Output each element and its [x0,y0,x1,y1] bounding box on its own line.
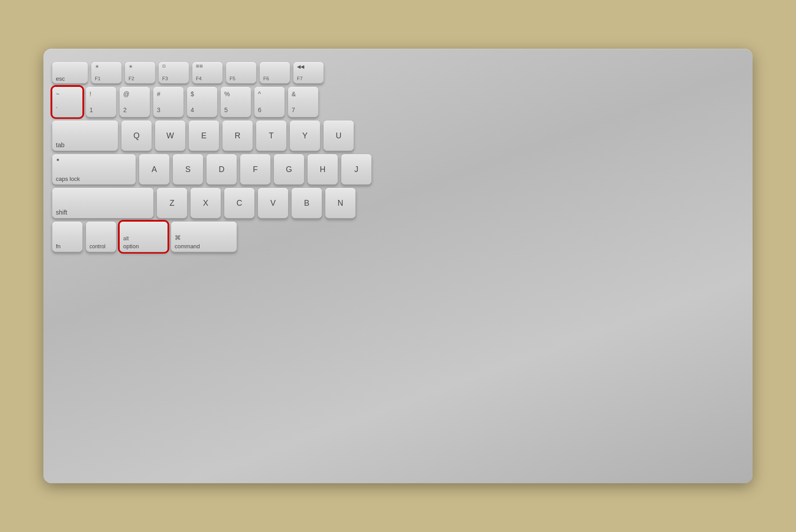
key-f[interactable]: F [240,154,270,184]
key-4[interactable]: $ 4 [187,87,217,117]
key-5[interactable]: % 5 [221,87,251,117]
key-fn[interactable]: fn [52,222,82,252]
key-f3[interactable]: ⊡ F3 [159,62,189,83]
key-capslock[interactable]: caps lock [52,154,136,184]
key-f7[interactable]: ◀◀ F7 [293,62,324,83]
key-f4[interactable]: ⊞⊞ F4 [192,62,222,83]
key-q[interactable]: Q [121,121,152,151]
num-row: ~ ` ! 1 @ 2 # 3 $ 4 % 5 [52,87,744,117]
key-control[interactable]: control [86,222,116,252]
qwerty-row: tab Q W E R T Y U [52,121,744,151]
key-z[interactable]: Z [157,188,187,218]
key-v[interactable]: V [258,188,288,218]
key-b[interactable]: B [292,188,322,218]
key-command[interactable]: ⌘ command [171,222,237,252]
key-s[interactable]: S [173,154,203,184]
key-a[interactable]: A [139,154,169,184]
key-shift[interactable]: shift [52,188,153,218]
key-h[interactable]: H [308,154,338,184]
asdf-row: caps lock A S D F G H J [52,154,744,184]
fn-row: esc ☀ F1 ☀ F2 ⊡ F3 ⊞⊞ F4 F5 F6 [52,62,744,83]
bottom-row: fn control alt option ⌘ command [52,222,744,252]
key-1[interactable]: ! 1 [86,87,116,117]
key-u[interactable]: U [324,121,354,151]
key-c[interactable]: C [224,188,254,218]
key-t[interactable]: T [256,121,286,151]
key-3[interactable]: # 3 [153,87,183,117]
key-g[interactable]: G [274,154,304,184]
key-w[interactable]: W [155,121,185,151]
key-x[interactable]: X [191,188,221,218]
key-7[interactable]: & 7 [288,87,318,117]
keyboard: esc ☀ F1 ☀ F2 ⊡ F3 ⊞⊞ F4 F5 F6 [43,49,753,483]
key-d[interactable]: D [207,154,237,184]
key-backtick[interactable]: ~ ` [52,87,82,117]
key-n[interactable]: N [325,188,355,218]
key-6[interactable]: ^ 6 [254,87,285,117]
key-option[interactable]: alt option [120,222,168,252]
zxcv-row: shift Z X C V B N [52,188,744,218]
key-e[interactable]: E [189,121,219,151]
key-f1[interactable]: ☀ F1 [91,62,121,83]
key-j[interactable]: J [341,154,371,184]
key-tab[interactable]: tab [52,121,118,151]
key-rows: esc ☀ F1 ☀ F2 ⊡ F3 ⊞⊞ F4 F5 F6 [52,62,744,252]
key-f5[interactable]: F5 [226,62,256,83]
key-r[interactable]: R [222,121,253,151]
key-f6[interactable]: F6 [260,62,290,83]
key-f2[interactable]: ☀ F2 [125,62,155,83]
caps-lock-indicator [57,159,59,161]
key-2[interactable]: @ 2 [120,87,150,117]
key-esc[interactable]: esc [52,62,88,83]
key-y[interactable]: Y [290,121,320,151]
